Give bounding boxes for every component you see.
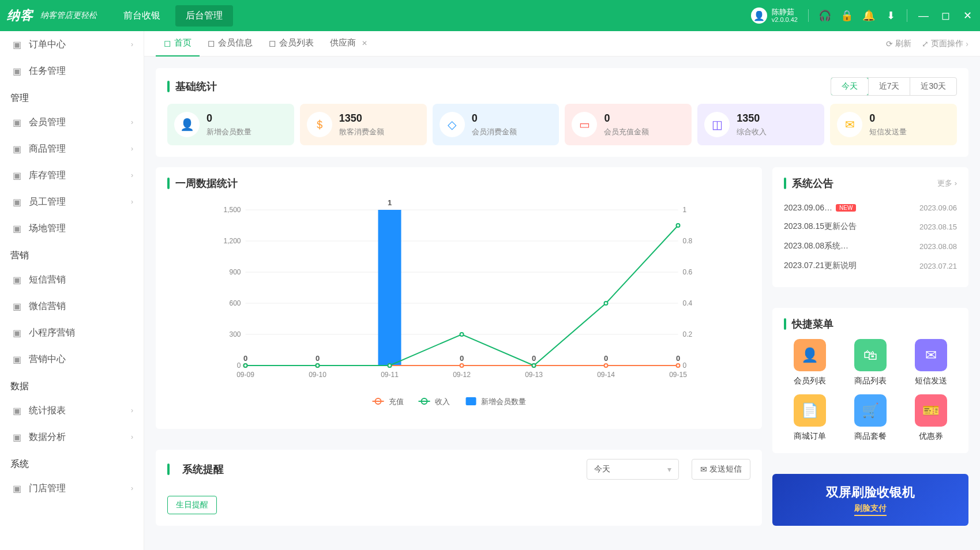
quick-yellow[interactable]: 📄 商城订单 [784,394,836,442]
seg-7d[interactable]: 近7天 [868,78,910,95]
quick-icon: 📄 [794,394,826,427]
time-segment: 今天 近7天 近30天 [831,77,957,96]
quick-blue[interactable]: 🛒 商品套餐 [844,394,897,442]
quick-icon: 🛒 [854,394,887,427]
svg-text:300: 300 [229,330,241,338]
sidebar-item-wechat[interactable]: ▣ 微信营销 [0,293,144,319]
top-tab-admin[interactable]: 后台管理 [175,5,233,27]
sidebar-item-stock[interactable]: ▣ 库存管理 › [0,162,144,189]
notice-text: 2023.08.15更新公告 [784,221,857,232]
stat-value: 0 [869,112,907,125]
sidebar-item-store[interactable]: ▣ 门店管理 › [0,475,144,502]
seg-30d[interactable]: 近30天 [910,78,956,95]
maximize-icon[interactable]: ◻ [940,10,951,21]
quick-green[interactable]: 🛍 商品列表 [844,339,897,386]
ad-title: 双屏刷脸收银机 [826,484,915,501]
sidebar-item-member[interactable]: ▣ 会员管理 › [0,109,144,135]
svg-text:充值: 充值 [389,397,404,406]
notice-panel: 系统公告 更多 › 2023.09.06… NEW 2023.09.06 202… [772,167,968,287]
minimize-icon[interactable]: — [918,10,929,21]
notice-text: 2023.08.08系统… [784,241,848,251]
quick-icon: 👤 [794,339,826,371]
sidebar-item-label: 短信营销 [29,274,66,286]
quick-purple[interactable]: ✉ 短信发送 [904,339,957,386]
divider [907,9,907,22]
remind-tab-birthday[interactable]: 生日提醒 [167,496,217,514]
stat-label: 综合收入 [737,127,767,137]
tab-会员信息[interactable]: ◻ 会员信息 [200,31,261,56]
sidebar-item-product[interactable]: ▣ 商品管理 › [0,135,144,162]
stat-value: 1350 [339,112,384,125]
chevron-right-icon: › [131,40,133,48]
quick-icon: ✉ [915,339,947,371]
svg-text:09-10: 09-10 [309,371,326,379]
svg-text:09-15: 09-15 [669,371,687,379]
svg-point-41 [316,364,320,367]
sidebar-item-analysis[interactable]: ▣ 数据分析 › [0,424,144,450]
download-icon[interactable]: ⬇ [885,10,896,21]
notice-item[interactable]: 2023.09.06… NEW 2023.09.06 [784,198,957,217]
tab-label: 供应商 [330,37,356,48]
sidebar-item-task[interactable]: ▣ 任务管理 [0,58,144,84]
sidebar-item-center[interactable]: ▣ 营销中心 [0,346,144,372]
top-tab-pos[interactable]: 前台收银 [113,5,171,27]
svg-text:新增会员数量: 新增会员数量 [481,397,526,406]
notice-item[interactable]: 2023.08.08系统… 2023.08.08 [784,236,957,256]
stat-label: 新增会员数量 [206,127,251,137]
tab-首页[interactable]: ◻ 首页 [156,31,200,56]
sidebar-item-report[interactable]: ▣ 统计报表 › [0,397,144,424]
svg-text:1,500: 1,500 [223,206,241,214]
close-icon[interactable]: ✕ [362,39,367,47]
sidebar-item-venue[interactable]: ▣ 场地管理 [0,215,144,242]
user-block[interactable]: 👤 陈静茹 v2.0.0.42 [751,7,798,24]
remind-period-select[interactable]: 今天 ▾ [587,459,679,480]
sidebar-item-label: 商品管理 [29,143,66,155]
promo-banner[interactable]: 双屏刷脸收银机 刷脸支付 [772,474,968,526]
sidebar-group: 数据 [0,372,144,397]
home-icon: ◻ [164,38,171,48]
chevron-right-icon: › [131,198,133,206]
order-icon: ▣ [10,38,23,51]
lock-icon[interactable]: 🔒 [841,10,853,21]
tab-会员列表[interactable]: ◻ 会员列表 [261,31,322,56]
seg-today[interactable]: 今天 [831,77,869,96]
sidebar-item-label: 会员管理 [29,116,66,129]
page-ops-button[interactable]: ⤢页面操作› [922,39,968,49]
content-scroll[interactable]: 基础统计 今天 近7天 近30天 👤 0 新增会员数量 ＄ 1350 散客消费金… [144,56,980,550]
quick-pink[interactable]: 🎫 优惠券 [904,394,957,442]
tab-label: 会员列表 [279,37,314,48]
user-icon: ◻ [208,38,215,48]
support-icon[interactable]: 🎧 [819,10,831,21]
quick-label: 商城订单 [794,431,826,442]
quick-label: 商品列表 [854,376,887,386]
sidebar-item-label: 营销中心 [29,353,66,366]
send-sms-button[interactable]: ✉ 发送短信 [692,459,750,480]
logo-text: 纳客 [7,7,33,24]
notice-text: 2023.07.21更新说明 [784,261,857,271]
venue-icon: ▣ [10,222,23,235]
svg-text:0: 0 [532,354,536,363]
svg-text:09-09: 09-09 [236,371,254,379]
svg-point-40 [244,364,247,367]
close-icon[interactable]: ✕ [962,10,973,21]
mail-icon: ✉ [700,465,707,474]
tab-供应商[interactable]: 供应商 ✕ [322,31,376,56]
sidebar-item-sms[interactable]: ▣ 短信营销 [0,266,144,293]
quick-orange[interactable]: 👤 会员列表 [784,339,836,386]
list-icon: ◻ [269,38,276,48]
chevron-right-icon: › [131,145,133,153]
notice-item[interactable]: 2023.07.21更新说明 2023.07.21 [784,256,957,276]
notice-item[interactable]: 2023.08.15更新公告 2023.08.15 [784,217,957,236]
sidebar-item-staff[interactable]: ▣ 员工管理 › [0,189,144,215]
sidebar-item-mini[interactable]: ▣ 小程序营销 [0,319,144,346]
svg-text:0: 0 [604,354,608,363]
sidebar-item-order[interactable]: ▣ 订单中心 › [0,31,144,58]
sidebar-item-label: 员工管理 [29,196,66,208]
quick-label: 会员列表 [794,376,826,386]
subheader: ◻ 首页 ◻ 会员信息 ◻ 会员列表 供应商 ✕ ⟳刷新 ⤢页面操作› [144,31,980,56]
refresh-button[interactable]: ⟳刷新 [886,39,911,49]
slogan-text: 纳客管店更轻松 [40,10,97,21]
svg-text:900: 900 [229,268,241,276]
notice-more[interactable]: 更多 › [937,178,957,189]
bell-icon[interactable]: 🔔 [863,10,874,21]
